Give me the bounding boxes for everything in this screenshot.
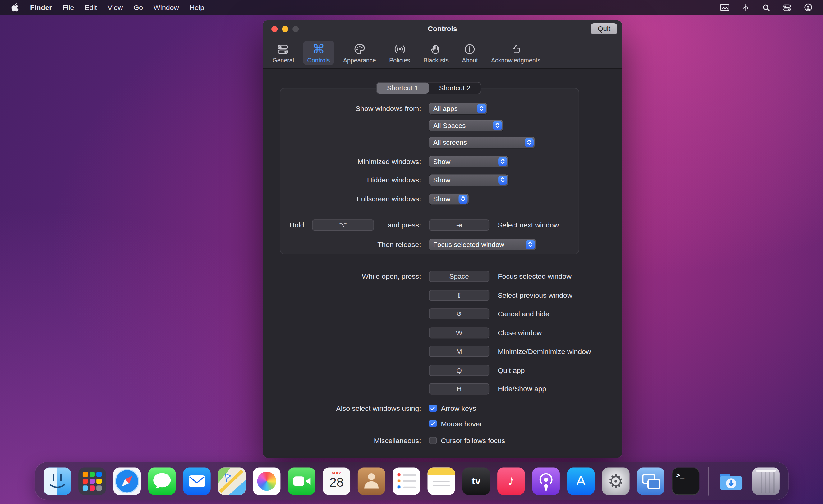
menu-item-edit[interactable]: Edit bbox=[79, 3, 102, 11]
tab-appearance[interactable]: Appearance bbox=[339, 41, 380, 65]
menu-item-help[interactable]: Help bbox=[184, 3, 209, 11]
calendar-dock-icon[interactable]: MAY 28 bbox=[323, 467, 350, 495]
tab-label: Appearance bbox=[343, 57, 376, 63]
q-key-button[interactable]: Q bbox=[429, 364, 489, 376]
press-key-recorder[interactable]: ⇥ bbox=[429, 219, 489, 230]
m-key-button[interactable]: M bbox=[429, 346, 489, 357]
mouse-hover-checkbox[interactable] bbox=[429, 420, 437, 428]
reminders-dock-icon[interactable] bbox=[392, 467, 420, 495]
apps-select[interactable]: All apps bbox=[429, 103, 487, 114]
then-release-label: Then release: bbox=[263, 240, 421, 248]
tab-acknowledgments[interactable]: Acknowledgments bbox=[487, 41, 544, 65]
hold-row: Hold ⌥ and press: ⇥ Select next window bbox=[263, 219, 559, 230]
notes-dock-icon[interactable] bbox=[427, 467, 455, 495]
calendar-day-label: 28 bbox=[329, 475, 343, 488]
downloads-folder-dock-icon[interactable] bbox=[717, 467, 745, 495]
segment-shortcut-1[interactable]: Shortcut 1 bbox=[377, 82, 429, 94]
fullscreen-windows-label: Fullscreen windows: bbox=[263, 195, 421, 203]
mouse-hover-label: Mouse hover bbox=[441, 419, 482, 428]
photos-dock-icon[interactable] bbox=[253, 467, 280, 495]
w-key-button[interactable]: W bbox=[429, 327, 489, 338]
minimized-windows-select[interactable]: Show bbox=[429, 156, 508, 167]
desktop: Finder File Edit View Go Window Help bbox=[0, 0, 823, 504]
tab-about[interactable]: About bbox=[458, 41, 482, 65]
hidden-windows-label: Hidden windows: bbox=[263, 176, 421, 184]
tab-blacklists[interactable]: Blacklists bbox=[419, 41, 453, 65]
palette-icon bbox=[353, 42, 366, 56]
checkbox-row: Also select windows using: Arrow keys bbox=[263, 402, 476, 414]
podcasts-dock-icon[interactable] bbox=[532, 467, 559, 495]
connectivity-icon[interactable] bbox=[742, 3, 750, 11]
shift-key-button[interactable]: ⇧ bbox=[429, 290, 489, 301]
hold-key-recorder[interactable]: ⌥ bbox=[312, 219, 374, 230]
dock: MAY 28 tv ♪ A bbox=[35, 462, 788, 500]
space-key-button[interactable]: Space bbox=[429, 270, 489, 282]
menu-app-name[interactable]: Finder bbox=[25, 3, 57, 11]
tab-label: About bbox=[462, 57, 478, 63]
finder-dock-icon[interactable] bbox=[43, 467, 71, 495]
form-row: Minimized windows: Show bbox=[263, 155, 508, 167]
then-release-select[interactable]: Focus selected window bbox=[429, 238, 536, 250]
while-open-label: While open, press: bbox=[263, 272, 421, 280]
escape-key-button[interactable]: ↺ bbox=[429, 308, 489, 319]
gear-icon: ⚙ bbox=[608, 471, 624, 492]
messages-dock-icon[interactable] bbox=[148, 467, 176, 495]
user-account-icon[interactable] bbox=[804, 3, 812, 11]
search-icon[interactable] bbox=[762, 3, 770, 11]
safari-dock-icon[interactable] bbox=[114, 467, 141, 495]
terminal-dock-icon[interactable]: >_ bbox=[672, 467, 699, 495]
h-key-button[interactable]: H bbox=[429, 383, 489, 394]
tab-general[interactable]: General bbox=[268, 41, 298, 65]
cursor-follows-focus-checkbox[interactable] bbox=[429, 437, 437, 444]
alttab-dock-icon[interactable] bbox=[637, 467, 664, 495]
window-title: Controls bbox=[263, 20, 622, 38]
shortcut-row: Q Quit app bbox=[263, 364, 525, 376]
apple-tv-dock-icon[interactable]: tv bbox=[463, 467, 490, 495]
system-preferences-dock-icon[interactable]: ⚙ bbox=[602, 467, 629, 495]
quit-button[interactable]: Quit bbox=[591, 23, 617, 34]
menu-item-view[interactable]: View bbox=[102, 3, 128, 11]
contacts-dock-icon[interactable] bbox=[358, 467, 385, 495]
control-center-icon[interactable] bbox=[783, 3, 791, 11]
fullscreen-windows-select[interactable]: Show bbox=[429, 193, 469, 204]
menu-item-window[interactable]: Window bbox=[148, 3, 184, 11]
form-row: Hidden windows: Show bbox=[263, 174, 508, 185]
tab-label: Policies bbox=[389, 57, 410, 63]
mail-dock-icon[interactable] bbox=[183, 467, 210, 495]
menu-item-file[interactable]: File bbox=[57, 3, 79, 11]
display-mirroring-icon[interactable] bbox=[720, 4, 729, 11]
calendar-month-label: MAY bbox=[332, 471, 342, 475]
tab-policies[interactable]: Policies bbox=[385, 41, 415, 65]
form-row: Then release: Focus selected window bbox=[263, 238, 536, 250]
spaces-select[interactable]: All Spaces bbox=[429, 120, 503, 131]
tab-controls[interactable]: ⌘ Controls bbox=[303, 41, 334, 65]
maps-dock-icon[interactable] bbox=[218, 467, 245, 495]
app-store-dock-icon[interactable]: A bbox=[567, 467, 595, 495]
and-press-label: and press: bbox=[374, 221, 421, 229]
apple-menu-icon[interactable] bbox=[8, 3, 22, 11]
segment-shortcut-2[interactable]: Shortcut 2 bbox=[429, 82, 481, 94]
launchpad-dock-icon[interactable] bbox=[78, 467, 106, 495]
preferences-window: Controls Quit General ⌘ Controls bbox=[263, 20, 622, 458]
screens-select[interactable]: All screens bbox=[429, 137, 534, 148]
chevron-updown-icon bbox=[477, 104, 486, 113]
thumbs-up-icon bbox=[509, 42, 522, 56]
menu-bar: Finder File Edit View Go Window Help bbox=[0, 0, 823, 15]
menu-item-go[interactable]: Go bbox=[128, 3, 148, 11]
chevron-updown-icon bbox=[459, 194, 467, 203]
shortcut-row: ↺ Cancel and hide bbox=[263, 308, 549, 319]
arrow-keys-label: Arrow keys bbox=[441, 404, 476, 412]
form-row: Fullscreen windows: Show bbox=[263, 193, 469, 204]
tab-label: Acknowledgments bbox=[491, 57, 540, 63]
broadcast-icon bbox=[393, 42, 406, 56]
facetime-dock-icon[interactable] bbox=[288, 467, 315, 495]
chevron-updown-icon bbox=[498, 157, 507, 166]
tab-label: General bbox=[272, 57, 294, 63]
hidden-windows-select[interactable]: Show bbox=[429, 174, 508, 185]
music-dock-icon[interactable]: ♪ bbox=[497, 467, 525, 495]
toggles-icon bbox=[277, 42, 290, 56]
trash-dock-icon[interactable] bbox=[752, 467, 780, 495]
shortcut-row: While open, press: Space Focus selected … bbox=[263, 270, 571, 282]
arrow-keys-checkbox[interactable] bbox=[429, 404, 437, 412]
chevron-updown-icon bbox=[526, 240, 535, 249]
